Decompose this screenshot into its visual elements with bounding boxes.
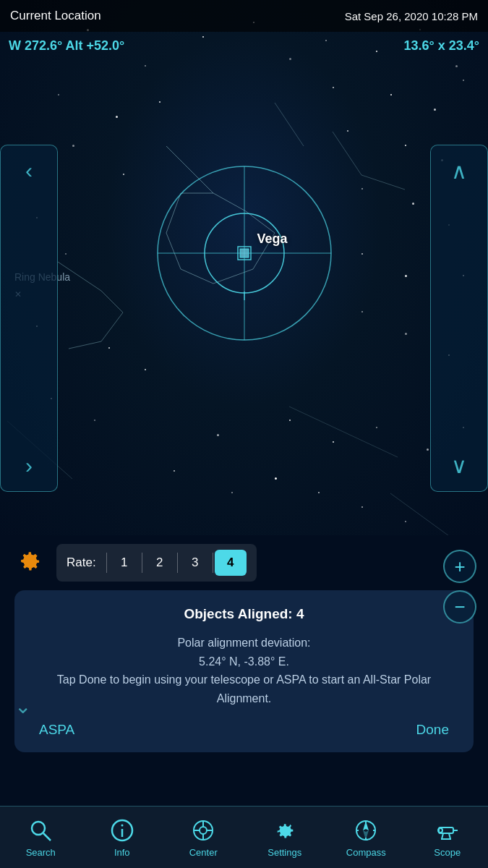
- panel-title: Objects Aligned: 4: [32, 606, 456, 622]
- tab-center[interactable]: Center: [174, 817, 232, 858]
- svg-point-30: [121, 824, 123, 826]
- tab-search[interactable]: Search: [12, 817, 69, 858]
- location-title: Current Location: [10, 9, 101, 23]
- panel-actions: ASPA Done: [32, 722, 456, 738]
- gear-icon[interactable]: [14, 546, 45, 579]
- chevron-down-icon[interactable]: ⌄: [14, 694, 31, 718]
- tab-bar: Search Info Center Settings: [0, 806, 488, 868]
- zoom-out-button[interactable]: −: [443, 590, 476, 624]
- status-bar: Current Location Sat Sep 26, 2020 10:28 …: [0, 0, 488, 32]
- bottom-area: Rate: 1 2 3 4 Objects Aligned: 4 Polar a…: [0, 535, 488, 760]
- svg-point-32: [200, 827, 207, 834]
- tab-center-label: Center: [189, 847, 218, 858]
- rate-label: Rate:: [67, 556, 96, 570]
- svg-line-27: [43, 833, 51, 841]
- panel-body: Polar alignment deviation: 5.24° N, -3.8…: [32, 634, 456, 707]
- aspa-button[interactable]: ASPA: [39, 722, 74, 738]
- tab-search-label: Search: [26, 847, 56, 858]
- coords-left: W 272.6° Alt +52.0°: [9, 38, 124, 54]
- rate-container: Rate: 1 2 3 4: [56, 544, 257, 582]
- tab-info[interactable]: Info: [93, 817, 151, 858]
- tab-compass-label: Compass: [346, 847, 386, 858]
- datetime: Sat Sep 26, 2020 10:28 PM: [345, 10, 478, 22]
- tab-settings[interactable]: Settings: [256, 817, 314, 858]
- zoom-buttons: + −: [443, 550, 476, 624]
- svg-rect-24: [240, 249, 249, 258]
- zoom-in-button[interactable]: +: [443, 550, 476, 583]
- rate-btn-3[interactable]: 3: [179, 550, 211, 576]
- done-button[interactable]: Done: [416, 722, 449, 738]
- left-down-arrow[interactable]: ›: [25, 454, 33, 478]
- crosshair-svg: [150, 159, 338, 347]
- tab-scope[interactable]: Scope: [419, 817, 476, 858]
- svg-point-26: [32, 822, 45, 835]
- right-panel: ∧ ∨: [430, 145, 488, 492]
- svg-line-14: [361, 175, 405, 190]
- tab-scope-label: Scope: [434, 847, 461, 858]
- svg-line-10: [101, 291, 123, 312]
- svg-line-47: [449, 833, 450, 839]
- info-panel: Objects Aligned: 4 Polar alignment devia…: [14, 590, 474, 752]
- rate-btn-1[interactable]: 1: [108, 550, 140, 576]
- right-down-arrow[interactable]: ∨: [451, 453, 467, 478]
- rate-btn-2[interactable]: 2: [144, 550, 176, 576]
- target-label: Vega: [257, 231, 288, 247]
- svg-line-46: [442, 833, 443, 839]
- tab-settings-label: Settings: [267, 847, 301, 858]
- svg-line-15: [275, 103, 304, 146]
- rate-btn-4[interactable]: 4: [215, 550, 247, 576]
- svg-line-11: [101, 312, 123, 341]
- coords-bar: W 272.6° Alt +52.0° 13.6° x 23.4°: [0, 32, 488, 59]
- left-up-arrow[interactable]: ‹: [25, 158, 33, 183]
- tab-info-label: Info: [114, 847, 130, 858]
- tab-compass[interactable]: Compass: [337, 817, 395, 858]
- svg-line-12: [69, 341, 101, 349]
- left-panel: ‹ ›: [0, 145, 58, 492]
- right-up-arrow[interactable]: ∧: [451, 158, 467, 184]
- svg-point-49: [438, 828, 442, 833]
- crosshair-target: Vega: [150, 159, 338, 347]
- coords-right: 13.6° x 23.4°: [404, 38, 479, 54]
- rate-bar: Rate: 1 2 3 4: [0, 535, 488, 590]
